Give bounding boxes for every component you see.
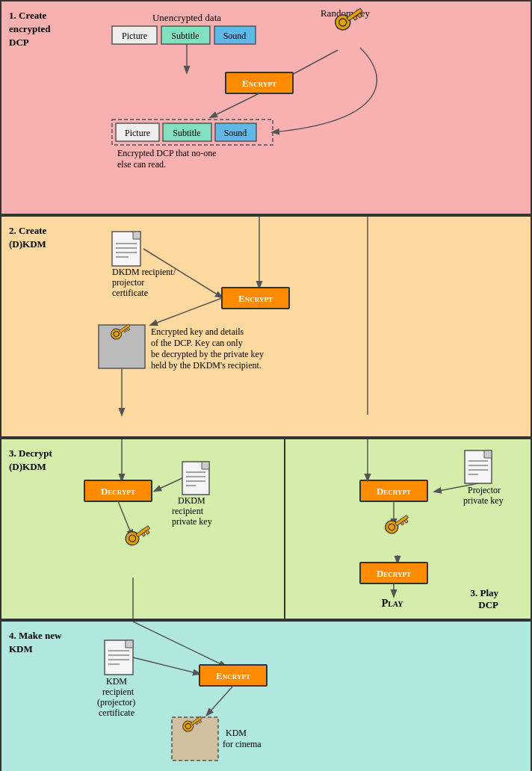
section-3-right: Projector private key Decrypt xyxy=(285,439,531,619)
svg-line-66 xyxy=(118,501,132,536)
section-3: 3. Decrypt (D)KDM Decrypt DKDM recipient xyxy=(0,438,532,620)
svg-rect-71 xyxy=(142,533,146,536)
svg-text:private key: private key xyxy=(172,516,212,527)
svg-rect-90 xyxy=(400,521,404,525)
svg-text:Projector: Projector xyxy=(468,485,501,495)
svg-point-87 xyxy=(387,523,396,532)
section-2: 2. Create (D)KDM DKDM recipient/ project… xyxy=(0,215,532,438)
section-4-label: 4. Make new KDM xyxy=(9,629,61,656)
svg-text:DCP: DCP xyxy=(478,599,498,610)
svg-rect-56 xyxy=(182,462,209,495)
svg-point-86 xyxy=(383,518,400,536)
svg-rect-89 xyxy=(404,519,408,523)
svg-rect-92 xyxy=(360,563,427,583)
section-2-label: 2. Create (D)KDM xyxy=(9,224,46,251)
svg-text:Decrypt: Decrypt xyxy=(377,568,411,579)
section-3-left: 3. Decrypt (D)KDM Decrypt DKDM recipient xyxy=(1,439,285,619)
svg-rect-73 xyxy=(465,450,492,483)
svg-marker-57 xyxy=(202,462,209,469)
svg-marker-74 xyxy=(484,450,492,458)
svg-rect-54 xyxy=(84,480,152,501)
svg-line-65 xyxy=(155,478,182,491)
section-3-right-svg: Projector private key Decrypt xyxy=(285,439,532,619)
svg-text:recipient: recipient xyxy=(172,506,204,516)
svg-rect-69 xyxy=(136,526,150,537)
svg-point-67 xyxy=(123,529,142,548)
svg-text:3. Play: 3. Play xyxy=(470,587,498,598)
section-1-label: 1. Create encrypted DCP xyxy=(9,9,51,50)
svg-rect-88 xyxy=(395,515,409,525)
section-4: 4. Make new KDM KDM recipient (projector… xyxy=(0,620,532,771)
svg-text:DKDM: DKDM xyxy=(178,495,205,506)
svg-line-81 xyxy=(435,483,478,492)
svg-rect-82 xyxy=(360,480,427,501)
section-3-left-label: 3. Decrypt (D)KDM xyxy=(9,447,52,474)
section-1: 1. Create encrypted DCP Unencrypted data… xyxy=(0,0,532,215)
svg-text:Decrypt: Decrypt xyxy=(101,486,135,497)
svg-text:private key: private key xyxy=(463,495,504,506)
svg-text:Play: Play xyxy=(382,598,404,609)
svg-point-68 xyxy=(128,533,137,543)
svg-rect-70 xyxy=(146,530,150,534)
svg-text:Decrypt: Decrypt xyxy=(377,486,411,497)
